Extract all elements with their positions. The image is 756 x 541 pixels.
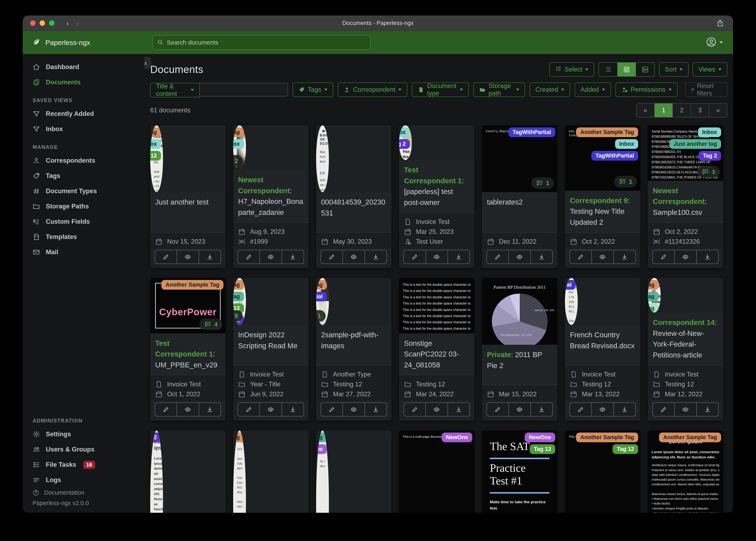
document-title[interactable]: French Country Bread Revised.docx [570,329,635,351]
pagination-page-3[interactable]: 3 [691,104,709,117]
document-thumbnail[interactable]: French Country BreadFor the Leaven1 heap… [565,278,578,325]
sidebar-item-mail[interactable]: Mail [23,245,144,260]
correspondent-link[interactable]: Newest Correspondent [653,187,705,206]
document-card[interactable]: one,1.0five,5.0Another Sample TagInboxTa… [565,125,640,268]
tag-badge[interactable]: Just another tag [316,432,327,442]
zoom-window-button[interactable] [49,20,54,26]
user-menu[interactable] [706,37,723,48]
select-button[interactable]: Select [549,62,594,77]
pagination-next[interactable]: » [709,104,727,117]
document-thumbnail[interactable]: Contact Sheet DemoGiven a set of image f… [316,430,329,513]
document-thumbnail[interactable]: This document contains installation inst… [233,278,246,325]
view-grid-button[interactable] [617,63,636,76]
document-title[interactable]: Sonstige ScanPC2022 03-24_081058 [404,338,469,370]
preview-button[interactable] [425,250,447,264]
sidebar-saved-view-recently-added[interactable]: Recently Added [23,106,144,122]
reset-filters-button[interactable]: ×Reset filters [685,83,727,97]
correspondent-link[interactable]: Test Correspondent 1 [404,166,462,185]
document-thumbnail[interactable]: This is a test for the double space char… [399,278,474,333]
documentation-link[interactable]: Documentation [23,488,144,498]
sidebar-item-templates[interactable]: Templates [23,229,144,245]
download-button[interactable] [365,250,386,264]
document-thumbnail[interactable]: This is a multi page document. Page 1.Ne… [399,430,474,513]
document-title[interactable]: 2sample-pdf-with-images [321,329,386,351]
edit-button[interactable] [487,403,508,416]
edit-button[interactable] [238,250,260,264]
download-button[interactable] [282,403,304,416]
document-card[interactable]: Serial Number,Company Name,Employe978818… [648,125,723,268]
sidebar-item-tags[interactable]: Tags [23,168,144,184]
tag-badge[interactable]: Tag 2 [150,432,161,442]
sidebar-item-file-tasks[interactable]: File Tasks16 [23,457,144,472]
preview-button[interactable] [508,250,530,264]
edit-button[interactable] [570,403,591,416]
sidebar-item-logs[interactable]: Logs [23,472,144,488]
document-card[interactable]: Review of Arbitral Awards Shows Swift Re… [648,278,723,421]
tag-badge[interactable]: TagWithPartial [565,280,576,290]
document-card[interactable]: This document contains installation inst… [233,278,308,421]
edit-button[interactable] [238,403,260,416]
sidebar-item-document-types[interactable]: Document Types [23,184,144,199]
filter-permissions-button[interactable]: Permissions [615,83,678,97]
document-thumbnail[interactable]: This is a testAnother Sample TagTag 12 [565,430,640,513]
sidebar-saved-view-inbox[interactable]: Inbox [23,122,144,137]
document-thumbnail[interactable]: Medical TeacherHas the new Kirkpatrick g… [399,125,412,160]
document-title[interactable]: Newest Correspondent: H7_Napoleon_Bonapa… [238,175,304,218]
minimize-window-button[interactable] [40,20,45,26]
edit-button[interactable] [404,250,425,264]
document-thumbnail[interactable]: Serial Number,Company Name,Employe978818… [648,125,723,181]
download-button[interactable] [282,250,304,264]
document-card[interactable]: Country,Region/State,”TabTagWithPartial1… [482,125,557,268]
sidebar-item-storage-paths[interactable]: Storage Paths [23,199,144,214]
share-icon[interactable] [716,19,724,27]
sidebar-item-settings[interactable]: Settings [23,427,144,442]
tag-badge[interactable]: Partial Tag [648,303,659,312]
tag-badge[interactable]: Just another tag [670,139,721,149]
title-content-button[interactable]: Title & content [150,83,200,97]
document-card[interactable]: Lorem ipsumLorem ipsum dolor sit amet, c… [150,430,226,513]
document-thumbnail[interactable]: ❋ BANK OF SCOTLANDBank of Scotland • 105… [316,125,329,192]
document-thumbnail[interactable]: Patient BP Distribution 2011Normal, 156,… [482,278,557,345]
document-card[interactable]: ❋ BANK OF SCOTLANDBank of Scotland • 105… [316,125,391,268]
filter-document-type-button[interactable]: Document type [412,83,469,97]
edit-button[interactable] [570,250,591,264]
pagination-page-1[interactable]: 1 [654,104,672,117]
download-button[interactable] [613,403,635,416]
document-thumbnail[interactable]: Test Name123-456-7890 January 2, 2022Jul… [233,430,246,513]
tag-badge[interactable]: Another Sample Tag [576,432,638,442]
preview-button[interactable] [425,403,447,416]
document-title[interactable]: Test Correspondent 1: UM_PPBE_en_v29 [155,338,221,370]
tag-badge[interactable]: Inbox [150,139,161,149]
correspondent-link[interactable]: Correspondent 14 [653,318,715,326]
document-card[interactable]: Patient BP Distribution 2011Normal, 156,… [482,278,557,421]
tag-badge[interactable]: Another Sample Tag [161,280,223,290]
filter-tags-button[interactable]: Tags [293,83,333,97]
edit-button[interactable] [155,403,177,416]
edit-button[interactable] [321,403,343,416]
tag-badge[interactable]: Inbox [698,127,721,137]
pagination-prev[interactable]: « [637,104,654,117]
document-thumbnail[interactable]: Lorem ipsumLorem ipsum dolor sit amet, c… [648,430,723,513]
preview-button[interactable] [343,250,364,264]
filter-added-button[interactable]: Added [575,83,611,97]
document-thumbnail[interactable]: Lorem ipsumLorem ipsum dolor sit amet, c… [150,430,163,513]
document-card[interactable]: The SATPracticeTest #1Make time to take … [482,430,557,513]
preview-button[interactable] [343,403,364,416]
download-button[interactable] [696,250,718,264]
tag-badge[interactable]: Tag 12 [530,444,555,454]
correspondent-link[interactable]: Test Correspondent 1 [155,339,213,358]
tag-badge[interactable]: Inbox [615,139,638,149]
tag-badge[interactable]: Another Sample Tag [233,127,244,137]
document-thumbnail[interactable]: CyberPowerPowerPanel® Business EditionUs… [150,278,226,333]
preview-button[interactable] [508,403,530,416]
forward-icon[interactable]: › [73,19,82,27]
tag-badge[interactable]: Tag 2 [699,151,721,161]
tag-badge[interactable]: NewOne [525,432,555,442]
views-button[interactable]: Views [693,62,727,77]
correspondent-link[interactable]: Private [487,350,511,358]
edit-button[interactable] [321,250,343,264]
tag-badge[interactable]: Another Sample Tag [648,280,659,290]
app-brand[interactable]: Paperless-ngx [32,37,90,48]
document-thumbnail[interactable]: Adobe Acrobat PDF FilesAdobe® Portable D… [150,125,163,192]
pagination-page-2[interactable]: 2 [672,104,691,117]
